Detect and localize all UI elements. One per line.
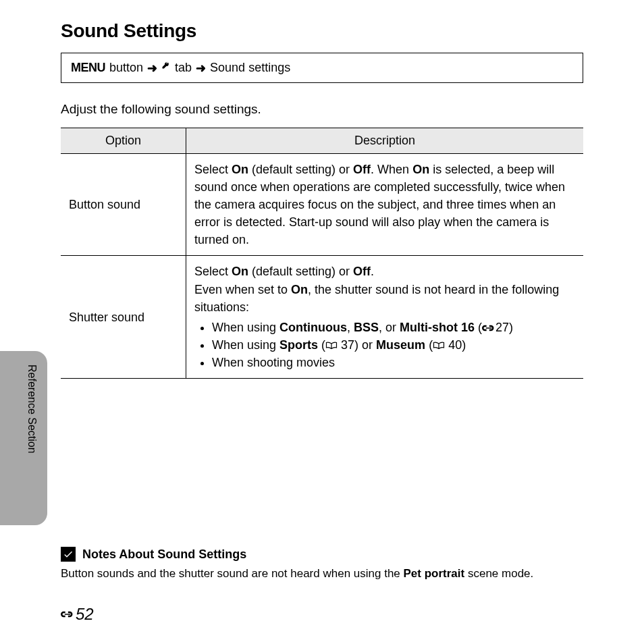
table-row: Shutter sound Select On (default setting…: [61, 256, 583, 379]
table-row: Button sound Select On (default setting)…: [61, 154, 583, 256]
breadcrumb-step1: button: [109, 61, 143, 75]
breadcrumb-step3: Sound settings: [210, 61, 290, 75]
link-icon: [61, 610, 74, 619]
th-description: Description: [186, 128, 584, 154]
th-option: Option: [61, 128, 186, 154]
list-item: When shooting movies: [212, 354, 575, 371]
description-cell: Select On (default setting) or Off. Even…: [186, 256, 584, 379]
page-title: Sound Settings: [61, 20, 583, 42]
notes-body: Button sounds and the shutter sound are …: [61, 566, 583, 582]
description-cell: Select On (default setting) or Off. When…: [186, 154, 584, 256]
page-number: 52: [61, 605, 94, 624]
breadcrumb: MENU button ➜ tab ➜ Sound settings: [61, 53, 583, 83]
list-item: When using Continuous, BSS, or Multi-sho…: [212, 319, 575, 336]
option-cell: Shutter sound: [61, 256, 186, 379]
link-icon: [482, 323, 495, 333]
page: Sound Settings MENU button ➜ tab ➜ Sound…: [0, 0, 644, 644]
intro-text: Adjust the following sound settings.: [61, 102, 583, 117]
arrow-icon: ➜: [147, 61, 157, 76]
breadcrumb-step2: tab: [175, 61, 192, 75]
book-icon: [433, 341, 445, 350]
wrench-icon: [161, 60, 171, 76]
notes-title: Notes About Sound Settings: [82, 547, 246, 562]
check-icon: [61, 547, 76, 562]
settings-table: Option Description Button sound Select O…: [61, 128, 583, 379]
breadcrumb-menu: MENU: [71, 61, 105, 75]
list-item: When using Sports ( 37) or Museum ( 40): [212, 336, 575, 354]
book-icon: [325, 341, 338, 350]
option-cell: Button sound: [61, 154, 186, 256]
notes-section: Notes About Sound Settings Button sounds…: [61, 547, 583, 582]
arrow-icon: ➜: [196, 61, 206, 76]
